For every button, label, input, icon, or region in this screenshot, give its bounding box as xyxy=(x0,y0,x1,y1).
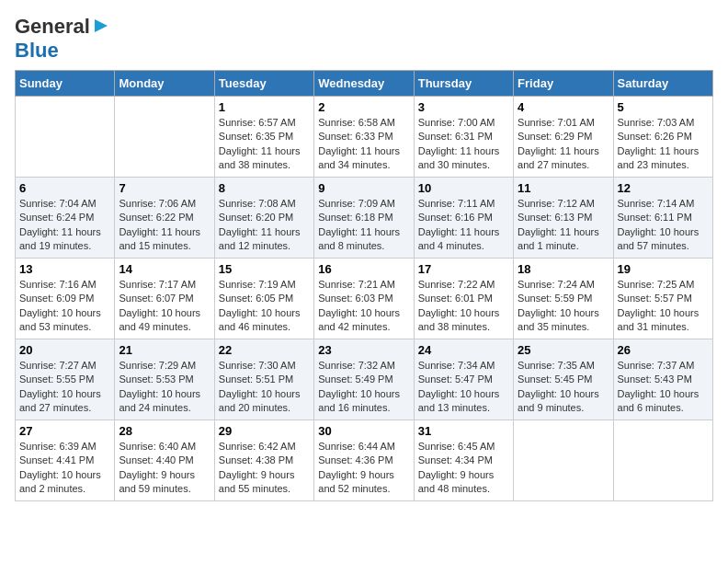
week-row-1: 1Sunrise: 6:57 AMSunset: 6:35 PMDaylight… xyxy=(16,97,713,178)
day-number: 17 xyxy=(418,262,509,276)
day-number: 19 xyxy=(618,262,709,276)
calendar-cell: 5Sunrise: 7:03 AMSunset: 6:26 PMDaylight… xyxy=(613,97,712,178)
col-header-wednesday: Wednesday xyxy=(314,71,414,97)
day-number: 9 xyxy=(318,181,409,195)
day-number: 31 xyxy=(418,424,509,438)
day-number: 7 xyxy=(119,181,210,195)
day-info: Sunrise: 6:58 AMSunset: 6:33 PMDaylight:… xyxy=(318,116,409,173)
day-number: 24 xyxy=(418,343,509,357)
calendar-cell xyxy=(613,420,712,501)
day-info: Sunrise: 7:34 AMSunset: 5:47 PMDaylight:… xyxy=(418,359,509,416)
page-header: General Blue xyxy=(15,15,713,63)
logo: General Blue xyxy=(15,15,109,63)
calendar-cell: 4Sunrise: 7:01 AMSunset: 6:29 PMDaylight… xyxy=(514,97,613,178)
day-info: Sunrise: 7:12 AMSunset: 6:13 PMDaylight:… xyxy=(518,197,609,254)
calendar-cell: 17Sunrise: 7:22 AMSunset: 6:01 PMDayligh… xyxy=(414,259,513,339)
day-number: 2 xyxy=(318,100,409,114)
week-row-5: 27Sunrise: 6:39 AMSunset: 4:41 PMDayligh… xyxy=(16,420,713,501)
col-header-monday: Monday xyxy=(115,71,214,97)
calendar-cell: 24Sunrise: 7:34 AMSunset: 5:47 PMDayligh… xyxy=(414,339,513,420)
day-info: Sunrise: 7:29 AMSunset: 5:53 PMDaylight:… xyxy=(119,359,210,416)
day-info: Sunrise: 7:37 AMSunset: 5:43 PMDaylight:… xyxy=(618,359,709,416)
day-info: Sunrise: 7:11 AMSunset: 6:16 PMDaylight:… xyxy=(418,197,509,254)
logo-general: General xyxy=(15,15,90,39)
day-info: Sunrise: 7:19 AMSunset: 6:05 PMDaylight:… xyxy=(219,278,310,335)
day-number: 16 xyxy=(318,262,409,276)
day-number: 10 xyxy=(418,181,509,195)
calendar-cell: 6Sunrise: 7:04 AMSunset: 6:24 PMDaylight… xyxy=(16,178,115,259)
calendar-table: SundayMondayTuesdayWednesdayThursdayFrid… xyxy=(15,70,713,501)
day-info: Sunrise: 7:35 AMSunset: 5:45 PMDaylight:… xyxy=(518,359,609,416)
calendar-cell: 9Sunrise: 7:09 AMSunset: 6:18 PMDaylight… xyxy=(314,178,414,259)
calendar-cell: 18Sunrise: 7:24 AMSunset: 5:59 PMDayligh… xyxy=(514,259,613,339)
calendar-cell xyxy=(514,420,613,501)
calendar-cell: 21Sunrise: 7:29 AMSunset: 5:53 PMDayligh… xyxy=(115,339,214,420)
calendar-cell: 25Sunrise: 7:35 AMSunset: 5:45 PMDayligh… xyxy=(514,339,613,420)
day-number: 3 xyxy=(418,100,509,114)
calendar-cell: 19Sunrise: 7:25 AMSunset: 5:57 PMDayligh… xyxy=(613,259,712,339)
day-info: Sunrise: 7:16 AMSunset: 6:09 PMDaylight:… xyxy=(19,278,110,335)
calendar-cell: 16Sunrise: 7:21 AMSunset: 6:03 PMDayligh… xyxy=(314,259,414,339)
day-number: 26 xyxy=(618,343,709,357)
calendar-cell: 8Sunrise: 7:08 AMSunset: 6:20 PMDaylight… xyxy=(214,178,313,259)
calendar-cell xyxy=(115,97,214,178)
day-info: Sunrise: 7:21 AMSunset: 6:03 PMDaylight:… xyxy=(318,278,409,335)
calendar-cell: 31Sunrise: 6:45 AMSunset: 4:34 PMDayligh… xyxy=(414,420,513,501)
calendar-cell: 28Sunrise: 6:40 AMSunset: 4:40 PMDayligh… xyxy=(115,420,214,501)
day-number: 8 xyxy=(219,181,310,195)
calendar-cell: 7Sunrise: 7:06 AMSunset: 6:22 PMDaylight… xyxy=(115,178,214,259)
calendar-cell: 13Sunrise: 7:16 AMSunset: 6:09 PMDayligh… xyxy=(16,259,115,339)
day-info: Sunrise: 7:04 AMSunset: 6:24 PMDaylight:… xyxy=(19,197,110,254)
day-number: 25 xyxy=(518,343,609,357)
calendar-cell xyxy=(16,97,115,178)
day-number: 21 xyxy=(119,343,210,357)
day-number: 20 xyxy=(19,343,110,357)
day-info: Sunrise: 7:22 AMSunset: 6:01 PMDaylight:… xyxy=(418,278,509,335)
logo-arrow-icon xyxy=(93,17,109,38)
day-info: Sunrise: 7:30 AMSunset: 5:51 PMDaylight:… xyxy=(219,359,310,416)
day-number: 18 xyxy=(518,262,609,276)
col-header-saturday: Saturday xyxy=(613,71,712,97)
calendar-cell: 1Sunrise: 6:57 AMSunset: 6:35 PMDaylight… xyxy=(214,97,313,178)
calendar-cell: 14Sunrise: 7:17 AMSunset: 6:07 PMDayligh… xyxy=(115,259,214,339)
day-info: Sunrise: 7:17 AMSunset: 6:07 PMDaylight:… xyxy=(119,278,210,335)
week-row-4: 20Sunrise: 7:27 AMSunset: 5:55 PMDayligh… xyxy=(16,339,713,420)
calendar-cell: 22Sunrise: 7:30 AMSunset: 5:51 PMDayligh… xyxy=(214,339,313,420)
logo-blue: Blue xyxy=(15,39,59,62)
calendar-cell: 20Sunrise: 7:27 AMSunset: 5:55 PMDayligh… xyxy=(16,339,115,420)
day-number: 30 xyxy=(318,424,409,438)
calendar-cell: 27Sunrise: 6:39 AMSunset: 4:41 PMDayligh… xyxy=(16,420,115,501)
day-number: 15 xyxy=(219,262,310,276)
day-number: 12 xyxy=(618,181,709,195)
day-info: Sunrise: 6:57 AMSunset: 6:35 PMDaylight:… xyxy=(219,116,310,173)
col-header-tuesday: Tuesday xyxy=(214,71,313,97)
calendar-cell: 29Sunrise: 6:42 AMSunset: 4:38 PMDayligh… xyxy=(214,420,313,501)
col-header-friday: Friday xyxy=(514,71,613,97)
calendar-cell: 10Sunrise: 7:11 AMSunset: 6:16 PMDayligh… xyxy=(414,178,513,259)
calendar-cell: 26Sunrise: 7:37 AMSunset: 5:43 PMDayligh… xyxy=(613,339,712,420)
day-info: Sunrise: 6:45 AMSunset: 4:34 PMDaylight:… xyxy=(418,440,509,497)
day-info: Sunrise: 6:39 AMSunset: 4:41 PMDaylight:… xyxy=(19,440,110,497)
week-row-2: 6Sunrise: 7:04 AMSunset: 6:24 PMDaylight… xyxy=(16,178,713,259)
day-number: 28 xyxy=(119,424,210,438)
day-info: Sunrise: 7:09 AMSunset: 6:18 PMDaylight:… xyxy=(318,197,409,254)
col-header-thursday: Thursday xyxy=(414,71,513,97)
calendar-cell: 23Sunrise: 7:32 AMSunset: 5:49 PMDayligh… xyxy=(314,339,414,420)
day-info: Sunrise: 7:27 AMSunset: 5:55 PMDaylight:… xyxy=(19,359,110,416)
day-info: Sunrise: 6:44 AMSunset: 4:36 PMDaylight:… xyxy=(318,440,409,497)
day-number: 23 xyxy=(318,343,409,357)
day-info: Sunrise: 7:00 AMSunset: 6:31 PMDaylight:… xyxy=(418,116,509,173)
calendar-cell: 30Sunrise: 6:44 AMSunset: 4:36 PMDayligh… xyxy=(314,420,414,501)
day-number: 6 xyxy=(19,181,110,195)
day-info: Sunrise: 7:32 AMSunset: 5:49 PMDaylight:… xyxy=(318,359,409,416)
day-number: 27 xyxy=(19,424,110,438)
calendar-cell: 15Sunrise: 7:19 AMSunset: 6:05 PMDayligh… xyxy=(214,259,313,339)
day-info: Sunrise: 7:14 AMSunset: 6:11 PMDaylight:… xyxy=(618,197,709,254)
calendar-cell: 3Sunrise: 7:00 AMSunset: 6:31 PMDaylight… xyxy=(414,97,513,178)
svg-marker-0 xyxy=(95,19,108,32)
calendar-cell: 11Sunrise: 7:12 AMSunset: 6:13 PMDayligh… xyxy=(514,178,613,259)
calendar-cell: 12Sunrise: 7:14 AMSunset: 6:11 PMDayligh… xyxy=(613,178,712,259)
day-number: 4 xyxy=(518,100,609,114)
day-number: 22 xyxy=(219,343,310,357)
col-header-sunday: Sunday xyxy=(16,71,115,97)
